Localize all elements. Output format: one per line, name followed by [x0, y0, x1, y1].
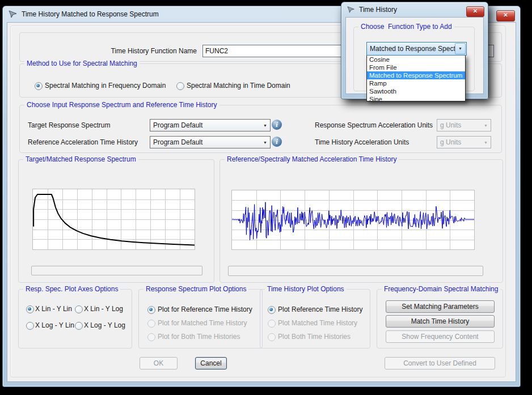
function-type-group-title: Choose Function Type to Add: [358, 23, 454, 31]
list-item[interactable]: Cosine: [367, 56, 465, 63]
spectrum-status-strip: [31, 266, 202, 275]
radio-xlog-ylog-label: X Log - Y Log: [84, 321, 125, 329]
list-item[interactable]: Ramp: [367, 79, 465, 87]
radio-plot-both-label: Plot Both Time Histories: [278, 333, 351, 341]
reference-history-label: Reference Acceleration Time History: [28, 138, 138, 146]
chevron-down-icon[interactable]: ▼: [455, 43, 466, 54]
rs-units-label: Response Spectrum Acceleration Units: [315, 121, 433, 129]
reference-history-combo[interactable]: Program Default ▼: [150, 136, 271, 148]
popup-title: Time History: [359, 6, 397, 14]
method-group-title: Method to Use for Spectral Matching: [24, 60, 140, 67]
response-spectrum-plot: [32, 189, 195, 250]
radio-frequency-domain[interactable]: [35, 82, 43, 90]
radio-plot-reference-label: Plot Reference Time History: [278, 305, 362, 313]
close-icon[interactable]: ✕: [466, 6, 484, 17]
list-item[interactable]: From File: [367, 63, 465, 71]
th-plot-options-group: Time History Plot Options Plot Reference…: [260, 289, 370, 349]
radio-xlog-ylog[interactable]: [75, 322, 83, 330]
list-item[interactable]: Sawtooth: [367, 87, 465, 95]
th-plot-options-title: Time History Plot Options: [265, 285, 347, 293]
history-plot-group: Reference/Spectrally Matched Acceleratio…: [219, 159, 503, 283]
radio-plot-for-matched: [147, 320, 155, 328]
function-type-combo[interactable]: Matched to Response Spectru ▼: [366, 42, 467, 56]
radio-plot-matched: [268, 320, 276, 328]
spectrum-plot-title: Target/Matched Response Spectrum: [23, 155, 138, 163]
list-item-selected[interactable]: Matched to Response Spectrum: [367, 71, 465, 79]
function-name-label: Time History Function Name: [65, 47, 197, 55]
target-spectrum-combo[interactable]: Program Default ▼: [150, 119, 271, 131]
chevron-down-icon: ▼: [484, 141, 488, 145]
radio-xlog-ylin[interactable]: [26, 322, 34, 330]
target-spectrum-value: Program Default: [153, 121, 202, 129]
radio-time-domain-label: Spectral Matching in Time Domain: [187, 82, 290, 90]
radio-xlin-ylin[interactable]: [26, 305, 34, 313]
axes-options-group: Resp. Spec. Plot Axes Options X Lin - Y …: [18, 289, 132, 349]
rs-plot-options-group: Response Spectrum Plot Options Plot for …: [138, 289, 263, 349]
radio-frequency-domain-label: Spectral Matching in Frequency Domain: [45, 82, 166, 90]
app-icon: [9, 10, 18, 19]
function-type-list: Cosine From File Matched to Response Spe…: [366, 55, 466, 101]
radio-xlog-ylin-label: X Log - Y Lin: [35, 321, 74, 329]
target-spectrum-label: Target Response Spectrum: [28, 121, 110, 129]
radio-xlin-ylog[interactable]: [75, 305, 83, 313]
info-icon[interactable]: i: [272, 137, 282, 147]
th-units-value: g Units: [440, 138, 461, 146]
spectrum-plot-group: Target/Matched Response Spectrum: [18, 159, 214, 283]
radio-plot-for-both-label: Plot for Both Time Histories: [158, 333, 240, 341]
info-icon[interactable]: i: [272, 120, 282, 130]
show-frequency-content-button: Show Frequency Content: [386, 330, 495, 343]
rs-units-combo: g Units ▼: [437, 119, 491, 131]
input-group: Choose Input Response Spectrum and Refer…: [19, 105, 502, 153]
history-plot-title: Reference/Spectrally Matched Acceleratio…: [225, 155, 399, 163]
acceleration-history-plot: [231, 190, 475, 250]
set-matching-parameters-button[interactable]: Set Matching Parameters: [386, 300, 495, 313]
radio-plot-for-reference-label: Plot for Reference Time History: [158, 305, 252, 313]
popup-dialog: Time History ✕ Choose Function Type to A…: [341, 2, 488, 99]
history-status-strip: [228, 266, 483, 276]
chevron-down-icon: ▼: [484, 124, 488, 128]
th-units-combo: g Units ▼: [437, 136, 491, 148]
radio-plot-reference[interactable]: [268, 306, 276, 314]
function-type-value: Matched to Response Spectru: [370, 45, 461, 53]
cancel-button[interactable]: Cancel: [195, 357, 227, 369]
close-icon[interactable]: ✕: [496, 10, 515, 22]
ok-button: OK: [140, 357, 178, 369]
matching-group: Frequency-Domain Spectral Matching Set M…: [377, 289, 503, 349]
rs-units-value: g Units: [440, 121, 461, 129]
radio-xlin-ylog-label: X Lin - Y Log: [84, 305, 123, 313]
match-time-history-button[interactable]: Match Time History: [386, 315, 495, 328]
chevron-down-icon: ▼: [263, 124, 267, 128]
radio-plot-for-reference[interactable]: [147, 306, 155, 314]
list-item[interactable]: Sine: [367, 95, 465, 101]
radio-xlin-ylin-label: X Lin - Y Lin: [35, 305, 72, 313]
chevron-down-icon: ▼: [263, 141, 267, 145]
radio-plot-matched-label: Plot Matched Time History: [278, 319, 357, 327]
reference-history-value: Program Default: [153, 138, 202, 146]
axes-options-title: Resp. Spec. Plot Axes Options: [23, 285, 120, 293]
app-icon: [347, 6, 355, 14]
convert-to-user-defined-button: Convert to User Defined: [385, 357, 495, 369]
radio-time-domain[interactable]: [176, 82, 184, 90]
radio-plot-for-both: [147, 333, 155, 341]
input-group-title: Choose Input Response Spectrum and Refer…: [24, 101, 219, 109]
main-dialog-title: Time History Matched to Response Spectru…: [22, 10, 159, 18]
th-units-label: Time History Acceleration Units: [315, 138, 409, 146]
matching-group-title: Frequency-Domain Spectral Matching: [382, 285, 500, 293]
popup-content: Choose Function Type to Add Matched to R…: [345, 17, 484, 94]
rs-plot-options-title: Response Spectrum Plot Options: [143, 285, 248, 293]
radio-plot-for-matched-label: Plot for Matched Time History: [158, 319, 247, 327]
radio-plot-both: [268, 333, 276, 341]
